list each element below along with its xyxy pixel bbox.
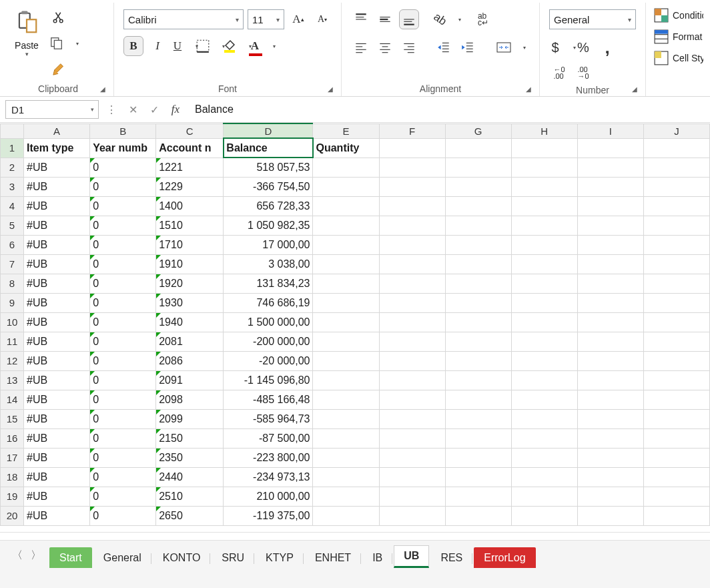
cell[interactable] <box>577 138 643 158</box>
cell[interactable]: #UB <box>24 506 90 525</box>
row-header[interactable]: 16 <box>1 428 24 448</box>
merge-center-button[interactable]: ▾ <box>496 37 519 57</box>
cell[interactable] <box>643 370 709 390</box>
row-header[interactable]: 8 <box>1 274 24 293</box>
format-as-table-button[interactable]: Format as Table <box>654 29 703 44</box>
decrease-decimal-button[interactable]: .00→0 <box>573 63 593 83</box>
sheet-tab[interactable]: IB <box>362 547 392 568</box>
cell[interactable] <box>379 216 445 235</box>
cell[interactable]: #UB <box>24 351 90 370</box>
cell[interactable]: 746 686,19 <box>224 293 313 312</box>
font-name-dropdown[interactable]: Calibri ▾ <box>123 9 244 29</box>
cell[interactable]: 0 <box>90 428 156 448</box>
cell[interactable]: -366 754,50 <box>224 177 313 196</box>
conditional-formatting-button[interactable]: Conditional Formatting <box>654 8 703 23</box>
cell[interactable] <box>511 409 577 428</box>
cell[interactable] <box>445 235 511 254</box>
cell[interactable]: 0 <box>90 177 156 196</box>
cell[interactable]: #UB <box>24 487 90 506</box>
cell[interactable]: 1930 <box>156 293 224 312</box>
cell[interactable]: Account n <box>156 138 224 158</box>
sheet-tab[interactable]: RES <box>430 547 472 568</box>
cell[interactable]: #UB <box>24 409 90 428</box>
cell[interactable]: 2350 <box>156 448 224 467</box>
cell[interactable] <box>643 390 709 409</box>
cell[interactable] <box>577 428 643 448</box>
dialog-launcher-icon[interactable]: ◢ <box>526 85 535 95</box>
cell[interactable]: 0 <box>90 254 156 274</box>
font-size-dropdown[interactable]: 11 ▾ <box>248 9 284 29</box>
cell[interactable]: 0 <box>90 467 156 487</box>
cell[interactable] <box>643 274 709 293</box>
cell[interactable] <box>643 293 709 312</box>
cell[interactable]: 2440 <box>156 467 224 487</box>
cell[interactable] <box>577 390 643 409</box>
cell[interactable] <box>511 390 577 409</box>
cell[interactable]: 1710 <box>156 235 224 254</box>
cell[interactable]: -234 973,13 <box>224 467 313 487</box>
cell[interactable]: 3 038,00 <box>224 254 313 274</box>
sheet-tab[interactable]: ErrorLog <box>474 547 535 568</box>
increase-font-button[interactable]: A▴ <box>288 9 308 29</box>
enter-formula-button[interactable]: ✓ <box>145 101 163 118</box>
select-all-corner[interactable] <box>1 123 24 138</box>
cell[interactable]: #UB <box>24 390 90 409</box>
cell[interactable]: 2099 <box>156 409 224 428</box>
cell[interactable] <box>577 467 643 487</box>
cell[interactable]: 2150 <box>156 428 224 448</box>
cell[interactable] <box>511 351 577 370</box>
cell[interactable] <box>313 158 379 177</box>
align-center-button[interactable] <box>375 37 395 57</box>
row-header[interactable]: 18 <box>1 467 24 487</box>
cell[interactable] <box>445 138 511 158</box>
cell[interactable] <box>577 196 643 216</box>
col-header[interactable]: D <box>224 123 313 138</box>
cell[interactable] <box>577 351 643 370</box>
cell[interactable]: #UB <box>24 254 90 274</box>
cell[interactable]: 0 <box>90 196 156 216</box>
align-bottom-button[interactable] <box>399 9 419 29</box>
col-header[interactable]: I <box>577 123 643 138</box>
cell[interactable] <box>577 506 643 525</box>
cell[interactable] <box>445 312 511 332</box>
cell[interactable]: 131 834,23 <box>224 274 313 293</box>
cell[interactable]: 2510 <box>156 487 224 506</box>
cell[interactable]: -119 375,00 <box>224 506 313 525</box>
col-header[interactable]: E <box>313 123 379 138</box>
cell[interactable] <box>643 332 709 351</box>
cell[interactable]: 1229 <box>156 177 224 196</box>
cell[interactable] <box>313 332 379 351</box>
cell[interactable] <box>379 312 445 332</box>
cell[interactable] <box>379 487 445 506</box>
cell[interactable] <box>643 506 709 525</box>
cell[interactable]: 0 <box>90 274 156 293</box>
cell[interactable] <box>577 370 643 390</box>
cell[interactable] <box>511 370 577 390</box>
row-header[interactable]: 1 <box>1 138 24 158</box>
col-header[interactable]: C <box>156 123 224 138</box>
cell[interactable] <box>379 467 445 487</box>
cell[interactable]: 2650 <box>156 506 224 525</box>
cell[interactable] <box>577 254 643 274</box>
percent-format-button[interactable]: % <box>573 37 593 57</box>
cell[interactable] <box>577 293 643 312</box>
cell[interactable]: #UB <box>24 428 90 448</box>
cell[interactable] <box>379 332 445 351</box>
cell[interactable] <box>511 158 577 177</box>
cell[interactable]: 0 <box>90 448 156 467</box>
cell[interactable]: #UB <box>24 370 90 390</box>
cell[interactable] <box>445 487 511 506</box>
cell[interactable] <box>313 293 379 312</box>
cell[interactable] <box>511 487 577 506</box>
row-header[interactable]: 9 <box>1 293 24 312</box>
cell[interactable]: -223 800,00 <box>224 448 313 467</box>
cell[interactable]: 1510 <box>156 216 224 235</box>
cell[interactable] <box>511 274 577 293</box>
cell[interactable] <box>379 254 445 274</box>
row-header[interactable]: 12 <box>1 351 24 370</box>
row-header[interactable]: 10 <box>1 312 24 332</box>
sheet-tab[interactable]: Start <box>49 547 92 568</box>
cell[interactable] <box>445 158 511 177</box>
accounting-format-button[interactable]: $▾ <box>549 37 569 57</box>
col-header[interactable]: J <box>643 123 709 138</box>
